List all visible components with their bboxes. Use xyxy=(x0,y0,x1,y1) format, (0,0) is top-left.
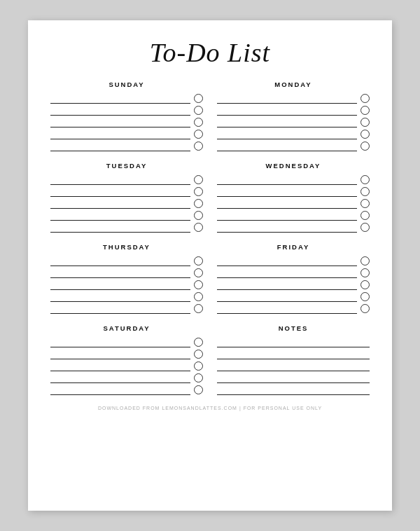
todo-checkbox[interactable] xyxy=(360,118,370,127)
todo-line xyxy=(50,303,190,314)
todo-rows-monday xyxy=(217,92,370,152)
page-title: To-Do List xyxy=(50,37,370,68)
todo-rows-thursday xyxy=(50,255,203,315)
todo-line xyxy=(50,372,190,383)
day-label-wednesday: WEDNESDAY xyxy=(217,162,370,170)
todo-row xyxy=(50,348,203,359)
todo-checkbox[interactable] xyxy=(194,338,203,347)
todo-checkbox[interactable] xyxy=(194,268,203,277)
todo-checkbox[interactable] xyxy=(194,373,203,382)
todo-row xyxy=(217,255,370,266)
todo-line xyxy=(50,128,190,139)
todo-checkbox[interactable] xyxy=(194,223,203,232)
day-section-wednesday: WEDNESDAY xyxy=(217,162,370,233)
todo-line xyxy=(217,92,357,104)
todo-checkbox[interactable] xyxy=(194,292,203,301)
todo-checkbox[interactable] xyxy=(360,304,370,313)
todo-line xyxy=(217,140,357,151)
todo-line xyxy=(50,186,190,197)
todo-row xyxy=(217,221,370,233)
todo-line xyxy=(217,209,357,221)
todo-checkbox[interactable] xyxy=(360,94,370,103)
todo-line xyxy=(50,198,190,209)
todo-checkbox[interactable] xyxy=(360,175,370,184)
todo-row xyxy=(217,186,370,197)
todo-row xyxy=(217,198,370,209)
todo-row xyxy=(217,174,370,185)
todo-line xyxy=(50,291,190,302)
todo-checkbox[interactable] xyxy=(360,142,370,151)
todo-checkbox[interactable] xyxy=(360,211,370,220)
todo-line xyxy=(50,221,190,233)
todo-row xyxy=(217,267,370,278)
todo-line xyxy=(50,336,190,347)
todo-row xyxy=(50,303,203,314)
todo-checkbox[interactable] xyxy=(194,199,203,208)
todo-row xyxy=(50,360,203,371)
todo-checkbox[interactable] xyxy=(194,280,203,289)
todo-row xyxy=(50,128,203,139)
day-section-friday: FRIDAY xyxy=(217,243,370,315)
todo-row xyxy=(217,303,370,314)
day-label-notes: NOTES xyxy=(217,324,370,332)
todo-checkbox[interactable] xyxy=(194,256,203,266)
day-label-saturday: SATURDAY xyxy=(50,324,203,332)
todo-checkbox[interactable] xyxy=(194,118,203,127)
todo-row xyxy=(217,209,370,221)
todo-line xyxy=(50,174,190,185)
todo-row xyxy=(50,255,203,266)
todo-line xyxy=(50,348,190,359)
todo-line xyxy=(50,140,190,151)
todo-checkbox[interactable] xyxy=(360,292,370,301)
todo-row xyxy=(50,221,203,233)
todo-row xyxy=(217,128,370,139)
day-label-sunday: SUNDAY xyxy=(50,81,203,88)
todo-line xyxy=(50,384,190,395)
day-section-sunday: SUNDAY xyxy=(50,81,203,152)
todo-row xyxy=(217,140,370,151)
todo-checkbox[interactable] xyxy=(194,142,203,151)
todo-checkbox[interactable] xyxy=(194,94,203,103)
day-section-tuesday: TUESDAY xyxy=(50,162,203,233)
todo-checkbox[interactable] xyxy=(194,385,203,394)
todo-line xyxy=(50,209,190,221)
todo-row xyxy=(217,360,370,371)
todo-line xyxy=(217,186,357,197)
todo-checkbox[interactable] xyxy=(360,106,370,115)
todo-checkbox[interactable] xyxy=(194,361,203,371)
todo-line xyxy=(217,198,357,209)
todo-line xyxy=(50,92,190,104)
todo-row xyxy=(217,372,370,383)
todo-checkbox[interactable] xyxy=(360,256,370,266)
todo-checkbox[interactable] xyxy=(360,223,370,232)
todo-rows-notes xyxy=(217,336,370,396)
todo-row xyxy=(50,174,203,185)
todo-row xyxy=(50,267,203,278)
todo-checkbox[interactable] xyxy=(360,199,370,208)
todo-checkbox[interactable] xyxy=(194,187,203,196)
todo-line xyxy=(217,336,370,347)
todo-checkbox[interactable] xyxy=(194,106,203,115)
todo-checkbox[interactable] xyxy=(360,130,370,139)
todo-checkbox[interactable] xyxy=(360,280,370,289)
todo-rows-saturday xyxy=(50,336,203,396)
todo-checkbox[interactable] xyxy=(194,175,203,184)
todo-checkbox[interactable] xyxy=(194,211,203,220)
todo-checkbox[interactable] xyxy=(194,350,203,359)
day-label-friday: FRIDAY xyxy=(217,243,370,251)
todo-checkbox[interactable] xyxy=(194,130,203,139)
todo-checkbox[interactable] xyxy=(360,268,370,277)
todo-line xyxy=(50,279,190,290)
day-section-thursday: THURSDAY xyxy=(50,243,203,315)
todo-line xyxy=(217,279,357,290)
todo-line xyxy=(50,116,190,127)
todo-checkbox[interactable] xyxy=(360,187,370,196)
todo-rows-wednesday xyxy=(217,174,370,233)
todo-row xyxy=(217,279,370,290)
todo-line xyxy=(50,267,190,278)
day-label-tuesday: TUESDAY xyxy=(50,162,203,170)
todo-row xyxy=(217,104,370,116)
todo-row xyxy=(217,348,370,359)
todo-checkbox[interactable] xyxy=(194,304,203,313)
todo-line xyxy=(217,255,357,266)
